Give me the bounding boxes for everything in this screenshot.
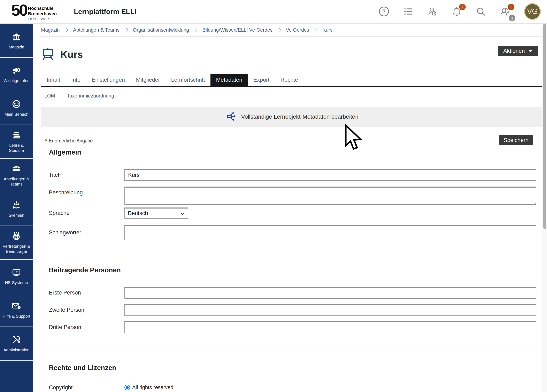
sidebar-item-vertretungen[interactable]: Vertretungen & Beauftragte [0,226,33,260]
sidebar-item-label: Abteilungen & Teams [1,176,32,187]
save-button[interactable]: Speichern [499,135,533,145]
section-divider [43,345,542,345]
sidebar-item-hilfe-support[interactable]: ? Hilfe & Support [0,293,33,327]
todo-list-icon[interactable] [403,6,414,17]
breadcrumb: Magazin Abteilungen & Teams Organisation… [41,24,547,37]
sidebar-item-label: Magazin [9,45,24,50]
copyright-radio-label: All rights reserved [132,385,173,390]
sidebar-item-wichtige-infos[interactable]: Wichtige Infos [0,58,33,91]
chevron-down-icon [180,211,185,215]
caret-down-icon [528,50,533,52]
erste-person-input[interactable] [124,287,536,299]
required-asterisk: * [59,172,61,178]
tools-icon [12,335,21,345]
zweite-person-input[interactable] [124,304,536,316]
mail-question-icon: ? [12,301,21,312]
top-header: 50 Hochschule Bremerhaven 1975 - 2025 Le… [0,0,547,24]
sidebar-item-label: Hilfe & Support [3,314,30,319]
avatar[interactable]: VG [524,3,541,20]
field-row-erste-person: Erste Person [41,287,544,299]
field-row-beschreibung: Beschreibung [41,187,544,205]
tab-rechte[interactable]: Rechte [275,74,304,86]
edit-full-metadata-button[interactable]: Vollständige Lernobjekt-Metadaten bearbe… [41,107,544,127]
breadcrumb-item[interactable]: Bildung/Wissen/ELLI Ve Gerdes [202,27,273,33]
metadata-tree-icon [226,111,237,122]
sidebar-item-label: Gremien [9,213,24,218]
logo-line2: Bremerhaven [28,11,57,16]
sidebar-item-magazin[interactable]: Magazin [0,24,33,58]
tab-mitglieder[interactable]: Mitglieder [130,74,165,86]
vertical-scrollbar[interactable] [542,24,547,392]
chevron-right-icon [277,28,281,32]
sidebar-item-mein-bereich[interactable]: Mein Bereich [0,91,33,125]
tab-lernfortschritt[interactable]: Lernfortschritt [165,74,211,86]
tab-inhalt[interactable]: Inhalt [41,74,66,86]
contacts-icon[interactable]: 1 1 [500,6,510,17]
scrollbar-thumb[interactable] [543,24,546,229]
subtab-lom[interactable]: LOM [44,93,55,99]
committee-icon [12,200,21,211]
sidebar-item-administration[interactable]: Administration [0,327,33,361]
tab-export[interactable]: Export [248,74,275,86]
field-row-copyright: Copyright All rights reserved [41,385,544,391]
edit-full-metadata-label: Vollständige Lernobjekt-Metadaten bearbe… [241,114,358,120]
logo-50: 50 [11,2,27,18]
field-row-zweite-person: Zweite Person [41,304,544,316]
bank-icon [12,32,21,42]
sidebar-item-label: Mein Bereich [5,112,28,117]
tab-einstellungen[interactable]: Einstellungen [86,74,130,86]
chevron-right-icon [194,28,198,32]
app-title: Lernplattform ELLI [74,7,136,16]
field-label: Dritte Person [49,324,124,331]
sidebar-item-label: Lehre & Studium [1,143,32,153]
chevron-right-icon [124,28,128,32]
field-row-titel: Titel* [41,169,544,181]
sidebar-item-label: Administration [3,347,30,353]
section-heading-allgemein: Allgemein [41,148,544,156]
sprache-selected-value: Deutsch [128,210,148,216]
field-label: Erste Person [49,290,124,296]
section-heading-beitragende-personen: Beitragende Personen [41,266,544,274]
notifications-bell-icon[interactable]: 2 [451,6,462,17]
breadcrumb-item[interactable]: Organisationsentwicklung [133,27,189,33]
breadcrumb-item[interactable]: Ve Gerdes [286,27,309,33]
megaphone-icon [12,66,21,76]
chevron-right-icon [314,28,318,32]
tab-info[interactable]: Info [66,74,86,86]
breadcrumb-item[interactable]: Abteilungen & Teams [73,27,119,33]
copyright-radio-option[interactable]: All rights reserved [124,385,536,390]
breadcrumb-item[interactable]: Magazin [41,27,60,33]
sidebar-item-gremien[interactable]: Gremien [0,192,33,226]
actions-button[interactable]: Aktionen [498,46,538,56]
sidebar-item-label: Wichtige Infos [3,78,29,83]
field-label: Zweite Person [49,307,124,313]
subtab-taxonomiezuordnung[interactable]: Taxonomiezuordnung [67,93,114,99]
form-header-row: * Erforderliche Angabe Speichern [41,135,544,146]
dritte-person-input[interactable] [124,321,536,333]
sidebar-item-label: HS-Systeme [5,280,28,285]
breadcrumb-item-current[interactable]: Kurs [322,27,333,33]
page: 50 Hochschule Bremerhaven 1975 - 2025 Le… [0,0,547,392]
titel-input[interactable] [124,169,536,181]
help-icon[interactable]: ? [379,6,389,17]
sidebar-item-lehre-studium[interactable]: Lehre & Studium [0,125,33,159]
field-label: Schlagwörter [49,230,124,236]
radio-checked-icon[interactable] [124,385,130,390]
required-asterisk: * [45,138,47,144]
field-label: Beschreibung [49,187,124,196]
sidebar-item-hs-systeme[interactable]: HS-Systeme [0,260,33,293]
search-icon[interactable] [476,6,486,17]
books-icon [12,130,21,141]
main-sidebar: Magazin Wichtige Infos Mein Bereich Lehr… [0,24,33,392]
awareness-icon[interactable] [427,6,438,17]
beschreibung-textarea[interactable] [124,187,536,205]
sprache-select[interactable]: Deutsch [124,208,188,219]
schlagwoerter-input[interactable] [124,225,536,240]
page-title: Kurs [60,49,83,60]
required-note: Erforderliche Angabe [49,138,93,144]
svg-text:?: ? [19,306,20,309]
main-area: Magazin Abteilungen & Teams Organisation… [33,24,547,392]
sidebar-item-abteilungen-teams[interactable]: Abteilungen & Teams [0,159,33,192]
metadata-form: * Erforderliche Angabe Speichern Allgeme… [41,135,544,391]
tab-metadaten[interactable]: Metadaten [211,74,248,86]
